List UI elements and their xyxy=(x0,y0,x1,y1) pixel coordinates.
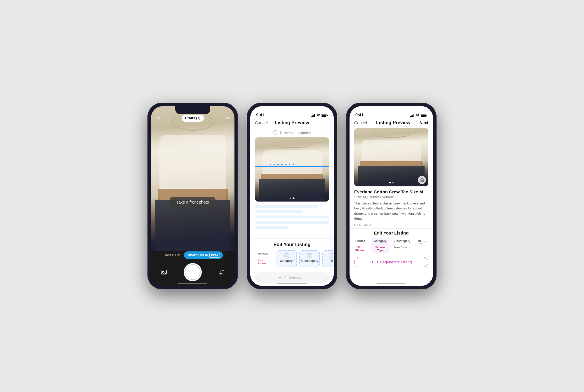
tab-category-2[interactable]: + Category* xyxy=(277,250,297,267)
wifi-icon-3 xyxy=(416,114,420,117)
tab-subcategory-3[interactable]: Subcategory ⌄ Tees- Short... xyxy=(391,238,412,253)
phone-1-camera: Take a front photo ✕ Drafts (7) ✂ Classi… xyxy=(147,103,238,289)
product-description: This piece offers a classic crew neck, o… xyxy=(354,201,428,221)
pants-detail xyxy=(155,200,230,251)
camera-edit-icon[interactable] xyxy=(418,176,426,184)
camera-preview-image xyxy=(151,106,234,251)
svg-point-1 xyxy=(162,271,164,272)
image-indicators-2 xyxy=(290,197,295,199)
belt-2 xyxy=(261,174,323,179)
drafts-button[interactable]: Drafts (7) xyxy=(182,115,204,122)
home-indicator-3 xyxy=(377,283,406,284)
generating-text: Generating... xyxy=(284,276,305,280)
status-icons-3 xyxy=(410,114,427,117)
home-indicator-1 xyxy=(178,283,207,284)
edit-listing-title-2: Edit Your Listing xyxy=(250,242,334,247)
cancel-button-2[interactable]: Cancel xyxy=(255,120,268,125)
svg-rect-3 xyxy=(322,115,326,117)
camera-controls xyxy=(151,263,234,281)
smart-list-button[interactable]: Smart List AI BETA xyxy=(184,251,223,259)
skeleton-1 xyxy=(255,205,318,208)
beta-badge: BETA xyxy=(209,253,220,258)
status-icons-2 xyxy=(311,114,328,117)
shutter-button[interactable] xyxy=(184,263,202,281)
signal-icon-3 xyxy=(410,114,414,117)
scissors-button[interactable]: ✂ xyxy=(225,115,229,121)
phone-2-screen: 9:41 xyxy=(250,106,334,286)
next-button-3[interactable]: Next xyxy=(420,120,428,125)
cancel-button-3[interactable]: Cancel xyxy=(354,120,367,125)
gallery-button[interactable] xyxy=(159,267,168,277)
regenerate-label: ✦ Regenerate Listing xyxy=(376,260,412,264)
skeleton-5 xyxy=(255,226,288,229)
svg-rect-5 xyxy=(421,115,426,117)
nav-bar-2: Cancel Listing Preview xyxy=(250,119,334,128)
edit-listing-section-3: Edit Your Listing Photos ⌄ 1/16 Photos C… xyxy=(350,228,433,255)
listing-details: Everlane Cotton Crew Tee Size M Size: M … xyxy=(350,186,433,228)
skeleton-4 xyxy=(255,221,329,224)
category-label: CATEGORY xyxy=(354,223,428,227)
battery-icon-3 xyxy=(421,114,427,117)
tab-subcategory-2[interactable]: + Subcategory xyxy=(299,250,320,267)
classic-list-label[interactable]: Classic List xyxy=(163,253,180,257)
skeleton-2 xyxy=(255,210,303,213)
tab-brand-3[interactable]: Br... ⌄ Ev... xyxy=(414,238,430,253)
necklace-2 xyxy=(274,141,311,148)
regenerate-button[interactable]: ✦ ✦ Regenerate Listing xyxy=(354,257,428,267)
processing-banner: Processing photos xyxy=(250,128,334,137)
sparkle-icon: ✦ xyxy=(278,275,282,280)
regenerate-sparkle-icon: ✦ xyxy=(371,260,374,264)
notch-1 xyxy=(175,106,210,114)
status-time-2: 9:41 xyxy=(256,113,264,117)
svg-point-6 xyxy=(421,180,423,181)
phone-1-screen: Take a front photo ✕ Drafts (7) ✂ Classi… xyxy=(151,106,234,286)
product-meta: Size: M | Brand: Everlane xyxy=(354,195,428,199)
status-time-3: 9:41 xyxy=(355,113,364,117)
listing-photo-3 xyxy=(354,128,428,186)
notch-2 xyxy=(274,106,310,114)
product-image-3 xyxy=(354,128,428,186)
subcategory-icon: + xyxy=(307,253,312,258)
signal-icon xyxy=(311,114,315,117)
processing-text: Processing photos xyxy=(280,131,311,135)
generating-button[interactable]: ✦ Generating... xyxy=(255,272,329,283)
shutter-inner xyxy=(185,264,201,280)
phone-3-preview: 9:41 xyxy=(346,103,437,289)
edit-listing-section-2: Edit Your Listing Photos ⌄ 1/16 Photos +… xyxy=(250,238,334,270)
scan-dots xyxy=(270,162,322,168)
skeleton-3 xyxy=(255,216,329,218)
nav-bar-3: Cancel Listing Preview Next xyxy=(350,119,433,128)
tab-brand-2[interactable]: + B xyxy=(322,250,334,267)
listing-photo-2 xyxy=(255,137,329,202)
wifi-icon xyxy=(316,114,320,117)
tab-category-3[interactable]: Category ⌄ Women Tops xyxy=(371,238,389,253)
tab-photos-2[interactable]: Photos ⌄ 1/16 Photos xyxy=(254,250,274,267)
product-title: Everlane Cotton Crew Tee Size M xyxy=(354,189,428,194)
necklace-3 xyxy=(373,131,410,138)
phone-2-processing: 9:41 xyxy=(247,103,337,289)
processing-spinner xyxy=(273,130,278,135)
nav-title-2: Listing Preview xyxy=(275,120,309,125)
phones-container: Take a front photo ✕ Drafts (7) ✂ Classi… xyxy=(147,103,437,289)
close-button[interactable]: ✕ xyxy=(156,116,161,121)
photo-indicators-3 xyxy=(389,182,394,183)
photo-prompt-label: Take a front photo xyxy=(170,197,215,207)
home-indicator-2 xyxy=(277,283,307,284)
skeleton-loading xyxy=(250,202,334,238)
nav-title-3: Listing Preview xyxy=(376,120,410,125)
belt-3 xyxy=(360,161,422,166)
battery-icon xyxy=(321,114,328,117)
camera-bottom-bar: Classic List Smart List AI BETA xyxy=(151,251,234,286)
tab-photos-3[interactable]: Photos ⌄ 1/16 Photos xyxy=(352,238,370,253)
phone-3-screen: 9:41 xyxy=(350,106,433,286)
flip-camera-button[interactable] xyxy=(217,267,226,277)
category-icon: + xyxy=(284,253,289,258)
edit-listing-title-3: Edit Your Listing xyxy=(350,230,433,235)
camera-view: Take a front photo xyxy=(151,106,234,251)
notch-3 xyxy=(374,106,409,114)
listing-image-2 xyxy=(255,137,329,202)
edit-tabs-3: Photos ⌄ 1/16 Photos Category ⌄ Women To… xyxy=(350,238,433,253)
mode-selector: Classic List Smart List AI BETA xyxy=(163,251,223,259)
brand-icon: + xyxy=(330,253,334,258)
edit-tabs-2: Photos ⌄ 1/16 Photos + Category* + Subca… xyxy=(250,250,334,267)
